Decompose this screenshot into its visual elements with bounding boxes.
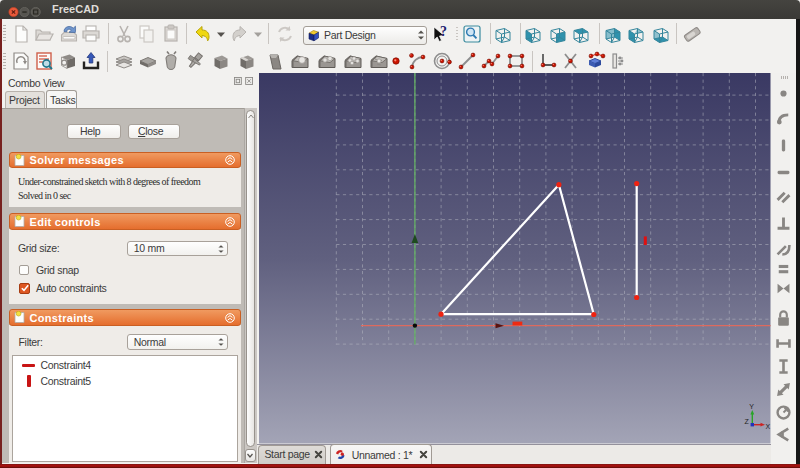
svg-text:Z: Z [745,418,750,425]
svg-text:?: ? [440,24,447,39]
svg-text:Y: Y [749,403,754,410]
